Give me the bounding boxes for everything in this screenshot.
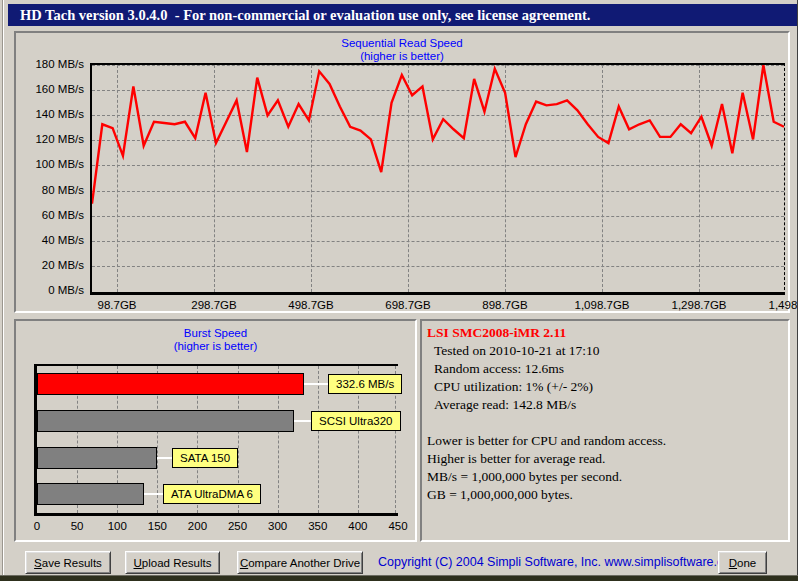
read-speed-line: [92, 65, 784, 204]
burst-x-tick-450: 450: [388, 520, 407, 532]
y-tick-label-160: 160 MB/s: [16, 83, 84, 95]
burst-x-tick-350: 350: [308, 520, 327, 532]
y-tick-label-0: 0 MB/s: [16, 284, 84, 296]
burst-speed-panel: Burst Speed (higher is better) 332.6 MB/…: [14, 319, 417, 542]
burst-x-tick-300: 300: [268, 520, 287, 532]
copyright-text: Copyright (C) 2004 Simpli Software, Inc.…: [378, 555, 696, 569]
compare-another-drive-button[interactable]: Compare Another Drive: [237, 551, 363, 574]
burst-x-tick-200: 200: [188, 520, 207, 532]
drive-info-content: LSI SMC2008-iMR 2.11 Tested on 2010-10-2…: [427, 324, 784, 504]
average-read-line: Average read: 142.8 MB/s: [427, 396, 784, 414]
x-tick-label-0: 98.7GB: [98, 299, 137, 311]
burst-bar-label-3: ATA UltraDMA 6: [163, 484, 261, 504]
drive-name: LSI SMC2008-iMR 2.11: [427, 324, 784, 342]
x-tick-label-5: 1,098.7GB: [575, 299, 630, 311]
note-higher-better: Higher is better for average read.: [427, 450, 784, 468]
x-tick-label-7: 1,498.7GB: [769, 299, 798, 311]
y-tick-label-60: 60 MB/s: [16, 209, 84, 221]
desktop-background-strip: [0, 576, 798, 581]
sequential-read-line-chart: [92, 65, 784, 292]
leader-line-1: [294, 420, 311, 422]
burst-bar-1: [37, 410, 294, 432]
note-gb-definition: GB = 1,000,000,000 bytes.: [427, 486, 784, 504]
burst-chart-title: Burst Speed: [16, 327, 415, 339]
sequential-read-plot: [90, 63, 785, 295]
leader-line-2: [157, 457, 172, 459]
upload-results-button[interactable]: Upload Results: [125, 551, 220, 574]
x-tick-label-1: 298.7GB: [191, 299, 236, 311]
burst-bar-0: [37, 373, 304, 395]
burst-gridline-350: [318, 366, 319, 513]
drive-info-panel: LSI SMC2008-iMR 2.11 Tested on 2010-10-2…: [420, 319, 790, 542]
hd-tach-window: HD Tach version 3.0.4.0 - For non-commer…: [0, 0, 798, 581]
burst-bar-2: [37, 447, 157, 469]
burst-x-tick-100: 100: [108, 520, 127, 532]
cpu-utilization-line: CPU utilization: 1% (+/- 2%): [427, 378, 784, 396]
sequential-read-panel: Sequential Read Speed (higher is better)…: [14, 31, 790, 313]
sequential-chart-subtitle: (higher is better): [16, 50, 788, 62]
title-bar[interactable]: HD Tach version 3.0.4.0 - For non-commer…: [8, 4, 798, 26]
burst-bar-label-2: SATA 150: [172, 448, 238, 468]
burst-bar-3: [37, 483, 144, 505]
y-tick-label-40: 40 MB/s: [16, 234, 84, 246]
y-tick-label-120: 120 MB/s: [16, 133, 84, 145]
save-results-button[interactable]: Save Results: [25, 551, 111, 574]
burst-x-tick-400: 400: [348, 520, 367, 532]
leader-line-0: [304, 383, 328, 385]
burst-x-tick-50: 50: [71, 520, 84, 532]
burst-bar-label-1: SCSI Ultra320: [311, 411, 401, 431]
burst-x-axis-labels: 050100150200250300350400450: [34, 520, 414, 534]
y-tick-label-100: 100 MB/s: [16, 158, 84, 170]
burst-chart-subtitle: (higher is better): [16, 340, 415, 352]
burst-bar-label-0: 332.6 MB/s: [328, 374, 402, 394]
sequential-x-axis-labels: 98.7GB298.7GB498.7GB698.7GB898.7GB1,098.…: [90, 299, 798, 313]
y-tick-label-140: 140 MB/s: [16, 108, 84, 120]
burst-x-tick-0: 0: [34, 520, 40, 532]
burst-speed-plot: 332.6 MB/sSCSI Ultra320SATA 150ATA Ultra…: [34, 364, 398, 516]
x-tick-label-6: 1,298.7GB: [672, 299, 727, 311]
x-tick-label-4: 898.7GB: [482, 299, 527, 311]
window-left-frame-highlight: [3, 0, 4, 577]
y-tick-label-80: 80 MB/s: [16, 184, 84, 196]
random-access-line: Random access: 12.6ms: [427, 360, 784, 378]
sequential-y-axis-labels: 180 MB/s160 MB/s140 MB/s120 MB/s100 MB/s…: [16, 33, 84, 315]
burst-x-tick-250: 250: [228, 520, 247, 532]
note-mbs-definition: MB/s = 1,000,000 bytes per second.: [427, 468, 784, 486]
note-lower-better: Lower is better for CPU and random acces…: [427, 432, 784, 450]
tested-on-line: Tested on 2010-10-21 at 17:10: [427, 342, 784, 360]
x-tick-label-3: 698.7GB: [385, 299, 430, 311]
sequential-chart-title: Sequential Read Speed: [16, 37, 788, 49]
y-tick-label-20: 20 MB/s: [16, 259, 84, 271]
burst-x-tick-150: 150: [148, 520, 167, 532]
leader-line-3: [144, 493, 163, 495]
x-tick-label-2: 498.7GB: [288, 299, 333, 311]
done-button[interactable]: Done: [718, 551, 767, 574]
y-tick-label-180: 180 MB/s: [16, 58, 84, 70]
